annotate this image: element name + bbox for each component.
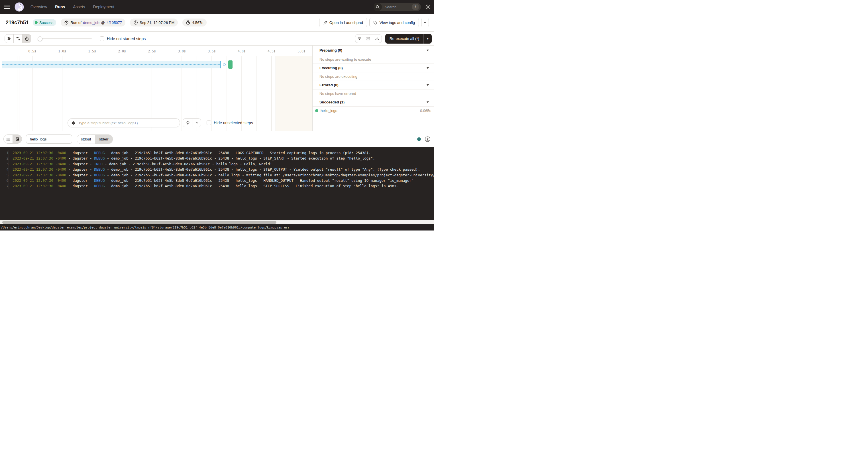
log-line: 22023-09-21 12:07:30 -0400 - dagster - D… [0, 156, 434, 161]
raw-log-view-button[interactable] [13, 135, 22, 143]
step-status-panel: Preparing (0) No steps are waiting to ex… [313, 45, 434, 131]
log-line: 62023-09-21 12:07:30 -0400 - dagster - D… [0, 178, 434, 183]
view-mode-toggle [5, 34, 31, 43]
tab-stdout[interactable]: stdout [77, 135, 95, 144]
hide-not-started-checkbox[interactable] [100, 36, 104, 41]
re-execute-all-button[interactable]: Re-execute all (*) ▼ [385, 34, 432, 43]
hamburger-menu-icon[interactable] [4, 5, 10, 9]
gantt-zoom-slider[interactable] [38, 36, 92, 41]
axis-tick: 4.0s [238, 49, 246, 53]
re-execute-caret-button[interactable]: ▼ [424, 34, 432, 43]
gantt-toolbar: Hide not started steps [0, 32, 434, 45]
scrollbar-thumb[interactable] [2, 221, 276, 224]
slider-handle[interactable] [38, 36, 42, 41]
section-header-preparing[interactable]: Preparing (0) [313, 45, 434, 55]
job-link[interactable]: demo_job [83, 21, 99, 25]
stopwatch-icon [186, 20, 190, 25]
log-step-filter[interactable] [26, 134, 72, 144]
axis-tick: 0.5s [28, 49, 36, 53]
gantt-chart: 0.5s 1.0s 1.5s 2.0s 2.5s 3.0s 3.5s 4.0s … [0, 45, 313, 131]
axis-tick: 1.0s [58, 49, 66, 53]
structured-log-view-button[interactable] [4, 135, 13, 143]
gantt-plot-area: Hide unselected steps [0, 56, 312, 131]
chevron-up-icon [195, 121, 198, 124]
at-separator: @ [101, 21, 105, 25]
search-bar[interactable]: / [374, 3, 421, 11]
collapse-top-button[interactable] [373, 34, 381, 43]
section-header-errored[interactable]: Errored (0) [313, 81, 434, 89]
axis-tick: 1.5s [88, 49, 96, 53]
step-status-dot [315, 109, 318, 112]
axis-tick: 2.0s [118, 49, 126, 53]
raw-log-path-bar: /Users/erincochran/Desktop/dagster-examp… [0, 224, 434, 230]
more-run-actions-button[interactable] [421, 18, 429, 27]
hide-unselected-control: Hide unselected steps [207, 121, 253, 125]
collapse-top-icon [375, 36, 379, 41]
re-execute-label: Re-execute all (*) [385, 34, 424, 43]
chevron-down-icon [427, 84, 429, 86]
axis-tick: 2.5s [148, 49, 156, 53]
timed-view-button[interactable] [23, 34, 31, 43]
section-header-succeeded[interactable]: Succeeded (1) [313, 98, 434, 106]
section-empty-preparing: No steps are waiting to execute [313, 55, 434, 64]
raw-log-output: 12023-09-21 12:07:30 -0400 - dagster - D… [0, 147, 434, 220]
hide-not-started-control: Hide not started steps [100, 36, 146, 41]
log-viewer: stdout stderr 12023-09-21 12:07:30 -0400… [0, 131, 434, 230]
pencil-icon [323, 21, 328, 25]
step-subset-filter[interactable] [67, 118, 180, 127]
chevron-down-icon [427, 50, 429, 51]
log-filter-input[interactable] [29, 137, 67, 142]
search-input[interactable] [384, 5, 411, 9]
flat-view-button[interactable] [5, 34, 14, 43]
download-logs-button[interactable] [425, 136, 431, 142]
chevron-down-icon [423, 21, 427, 25]
collapse-bottom-button[interactable] [355, 34, 364, 43]
hide-not-started-label: Hide not started steps [107, 36, 146, 41]
list-icon [6, 137, 10, 141]
split-view-button[interactable] [364, 34, 373, 43]
view-tags-config-button[interactable]: View tags and config [369, 18, 419, 27]
stopwatch-view-icon [25, 36, 29, 41]
horizontal-scrollbar[interactable] [0, 220, 434, 224]
collapse-bottom-icon [358, 36, 362, 41]
axis-tick: 4.5s [268, 49, 276, 53]
slider-track [38, 38, 92, 39]
layers-icon [186, 121, 190, 125]
run-header: 219c7b51 Success Run of demo_job @ 4f105… [0, 14, 434, 32]
tag-icon [373, 21, 378, 25]
nav-item-runs[interactable]: Runs [55, 5, 65, 9]
step-waiting-track [2, 61, 221, 68]
open-in-launchpad-button[interactable]: Open in Launchpad [319, 18, 367, 27]
log-line: 12023-09-21 12:07:30 -0400 - dagster - D… [0, 150, 434, 156]
status-badge: Success [33, 19, 56, 26]
chevron-down-icon [427, 67, 429, 69]
console-icon [15, 137, 20, 141]
collapse-query-button[interactable] [193, 119, 201, 127]
gear-icon[interactable] [425, 4, 431, 10]
step-name: hello_logs [320, 109, 337, 113]
run-detail-split: 0.5s 1.0s 1.5s 2.0s 2.5s 3.0s 3.5s 4.0s … [0, 45, 434, 131]
tab-stderr[interactable]: stderr [95, 135, 112, 144]
step-bar-hello-logs[interactable] [228, 60, 232, 69]
waterfall-view-button[interactable] [14, 34, 23, 43]
section-header-executing[interactable]: Executing (0) [313, 64, 434, 72]
nav-item-deployment[interactable]: Deployment [93, 5, 114, 9]
dagster-logo[interactable] [14, 2, 24, 12]
run-of-pill: Run of demo_job @ 4f105077 [61, 19, 125, 27]
graph-layers-button[interactable] [183, 119, 193, 127]
gantt-time-axis: 0.5s 1.0s 1.5s 2.0s 2.5s 3.0s 3.5s 4.0s … [0, 45, 312, 56]
step-duration: 0.065s [420, 109, 431, 113]
stream-tabs: stdout stderr [76, 134, 113, 144]
axis-tick: 5.0s [298, 49, 306, 53]
step-marker-circle [223, 63, 226, 66]
axis-tick: 3.5s [208, 49, 216, 53]
succeeded-step-row[interactable]: hello_logs 0.065s [313, 106, 434, 115]
nav-item-overview[interactable]: Overview [30, 5, 47, 9]
step-subset-input[interactable] [78, 121, 173, 125]
hide-unselected-checkbox[interactable] [207, 121, 211, 125]
nav-item-assets[interactable]: Assets [73, 5, 85, 9]
run-of-label: Run of [70, 21, 81, 25]
op-selector-icon [71, 121, 75, 125]
commit-link[interactable]: 4f105077 [106, 21, 122, 25]
primary-nav: Overview Runs Assets Deployment [30, 5, 114, 9]
